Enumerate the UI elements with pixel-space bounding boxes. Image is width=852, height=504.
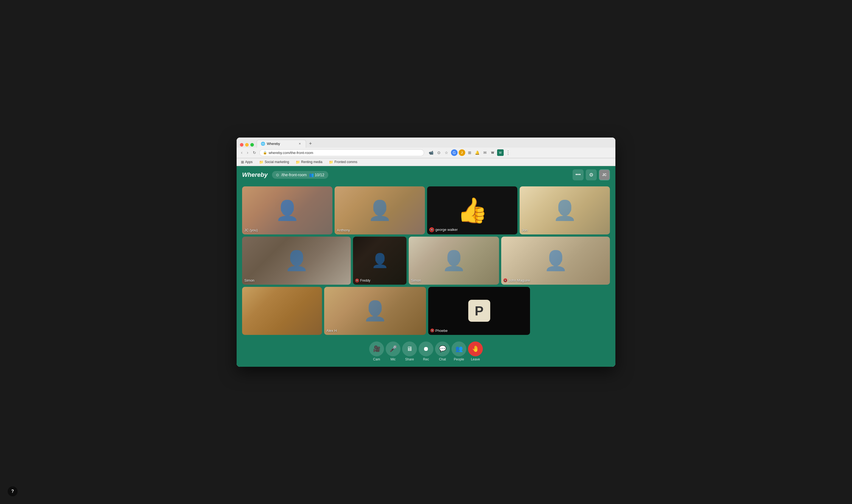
window-controls <box>240 143 254 147</box>
bookmark-social-marketing[interactable]: 📁 Social marketing <box>258 160 290 165</box>
microphone-icon: 🎤 <box>389 345 397 353</box>
mic-button[interactable]: 🎤 <box>386 341 400 356</box>
video-tile-freddy: 👤 🔇 Freddy <box>353 237 406 285</box>
people-label: People <box>454 357 464 361</box>
notification-btn[interactable]: 🔔 <box>474 149 481 156</box>
browser-tab-active[interactable]: 🌐 Whereby ✕ <box>257 140 306 148</box>
whereby-logo: Whereby <box>242 171 268 178</box>
muted-icon-freddy: 🔇 <box>355 278 359 283</box>
bottom-toolbar: 🎥 Cam 🎤 Mic 🖥 Share ⏺ Rec <box>237 338 615 367</box>
address-bar[interactable]: 🔒 whereby.com/the-front-room <box>259 149 424 156</box>
leave-button[interactable]: 🤚 <box>468 341 483 356</box>
folder-icon-1: 📁 <box>259 160 264 164</box>
rec-button[interactable]: ⏺ <box>419 341 433 356</box>
leave-icon: 🤚 <box>472 345 479 353</box>
bookmark-apps-label: Apps <box>245 160 253 164</box>
extensions-menu-btn[interactable]: ⊞ <box>466 149 473 156</box>
rec-label: Rec <box>423 357 429 361</box>
muted-icon-johnm: 🔇 <box>503 278 507 282</box>
bookmark-icon-btn[interactable]: ☆ <box>443 149 450 156</box>
leave-label: Leave <box>471 357 480 361</box>
user-avatar-button[interactable]: JC <box>599 169 610 180</box>
participant-name-jon: Jon <box>522 228 528 232</box>
video-row-3: 👤 Alex H P 🔇 Phoebe <box>242 287 610 335</box>
cam-button[interactable]: 🎥 <box>369 341 384 356</box>
video-tile-alexh-main: 👤 Alex H <box>324 287 426 335</box>
record-icon: ⏺ <box>423 345 429 353</box>
ssl-lock-icon: 🔒 <box>263 151 267 155</box>
profile-btn[interactable]: J <box>459 149 465 156</box>
url-bar-area: ‹ › ↻ 🔒 whereby.com/the-front-room 📹 ⊙ ☆… <box>237 148 615 158</box>
participant-name-alexh: Alex H <box>326 329 337 333</box>
video-grid: 👤 JC (you) 👤 Anthony <box>237 184 615 338</box>
whereby-ext-btn[interactable]: W <box>497 149 504 156</box>
bookmark-apps[interactable]: ⊞ Apps <box>240 160 254 165</box>
chat-button[interactable]: 💬 <box>435 341 450 356</box>
mic-control[interactable]: 🎤 Mic <box>386 341 400 361</box>
camera-icon: 🎥 <box>373 345 380 353</box>
participant-name-george: 🔇 george walker <box>429 227 458 232</box>
video-tile-jc: 👤 JC (you) <box>242 186 332 234</box>
participant-name-simon1: Simon <box>244 278 254 283</box>
participant-name-anthony: Anthony <box>337 228 350 232</box>
minimize-window-button[interactable] <box>245 143 249 147</box>
rec-control[interactable]: ⏺ Rec <box>419 341 433 361</box>
leave-control[interactable]: 🤚 Leave <box>468 341 483 361</box>
bookmark-fronted-comms-label: Fronted comms <box>334 160 357 164</box>
muted-icon-george: 🔇 <box>429 227 434 232</box>
extension-g-btn[interactable]: G <box>451 149 457 156</box>
share-screen-icon: 🖥 <box>406 345 413 353</box>
room-lock-icon: ⊙ <box>276 173 279 177</box>
bookmark-social-marketing-label: Social marketing <box>265 160 289 164</box>
cast-icon-btn[interactable]: ⊙ <box>436 149 442 156</box>
cam-control[interactable]: 🎥 Cam <box>369 341 384 361</box>
phoebe-avatar: P <box>468 300 490 322</box>
video-tile-alexh <box>242 287 322 335</box>
share-label: Share <box>405 357 414 361</box>
muted-icon-phoebe: 🔇 <box>430 329 434 332</box>
bookmark-fronted-comms[interactable]: 📁 Fronted comms <box>328 160 358 165</box>
folder-icon-2: 📁 <box>296 160 300 164</box>
chat-icon: 💬 <box>439 345 446 353</box>
chat-label: Chat <box>439 357 446 361</box>
chat-control[interactable]: 💬 Chat <box>435 341 450 361</box>
email-icon-btn[interactable]: ✉ <box>482 149 488 156</box>
video-tile-jon: 👤 Jon <box>520 186 610 234</box>
bookmark-renting-media[interactable]: 📁 Renting media <box>294 160 323 165</box>
people-button[interactable]: 👥 <box>452 341 466 356</box>
video-tile-anthony: 👤 Anthony <box>334 186 425 234</box>
avatar-image: JC <box>599 170 609 180</box>
video-icon-btn[interactable]: 📹 <box>428 149 435 156</box>
video-tile-phoebe: P 🔇 Phoebe <box>428 287 530 335</box>
more-options-button[interactable]: ••• <box>573 169 583 180</box>
close-window-button[interactable] <box>240 143 243 147</box>
share-button[interactable]: 🖥 <box>402 341 417 356</box>
back-button[interactable]: ‹ <box>240 150 243 155</box>
whereby-app: Whereby ⊙ /the-front-room 👥 10/12 ••• ⚙ <box>237 166 615 367</box>
room-info-pill[interactable]: ⊙ /the-front-room 👥 10/12 <box>272 171 328 179</box>
forward-button[interactable]: › <box>246 150 249 155</box>
tab-close-button[interactable]: ✕ <box>297 142 302 146</box>
share-control[interactable]: 🖥 Share <box>402 341 417 361</box>
new-tab-button[interactable]: + <box>307 140 314 148</box>
video-tile-johnmaguire: 👤 🔇 John Maguire <box>501 237 610 285</box>
refresh-button[interactable]: ↻ <box>252 150 257 155</box>
people-control[interactable]: 👥 People <box>452 341 466 361</box>
settings-button[interactable]: ⚙ <box>586 169 597 180</box>
wikipedia-btn[interactable]: W <box>489 149 496 156</box>
browser-menu-btn[interactable]: ⋮ <box>505 149 511 156</box>
help-button[interactable]: ? <box>8 486 18 496</box>
participant-name-simon2: Simon <box>411 278 421 283</box>
maximize-window-button[interactable] <box>250 143 254 147</box>
video-tile-george: 👍 🔇 george walker <box>427 186 518 234</box>
people-icon: 👥 <box>455 345 463 353</box>
george-emoji: 👍 <box>457 198 488 223</box>
apps-grid-icon: ⊞ <box>241 160 244 164</box>
whereby-header: Whereby ⊙ /the-front-room 👥 10/12 ••• ⚙ <box>237 166 615 184</box>
tab-title: Whereby <box>267 142 296 146</box>
room-name: /the-front-room <box>282 173 307 177</box>
people-count-icon: 👥 <box>309 173 314 177</box>
browser-window: 🌐 Whereby ✕ + ‹ › ↻ 🔒 whereby.com/the-fr… <box>237 138 615 367</box>
bookmark-renting-media-label: Renting media <box>301 160 322 164</box>
participant-name-johnmaguire: 🔇 John Maguire <box>503 278 530 283</box>
